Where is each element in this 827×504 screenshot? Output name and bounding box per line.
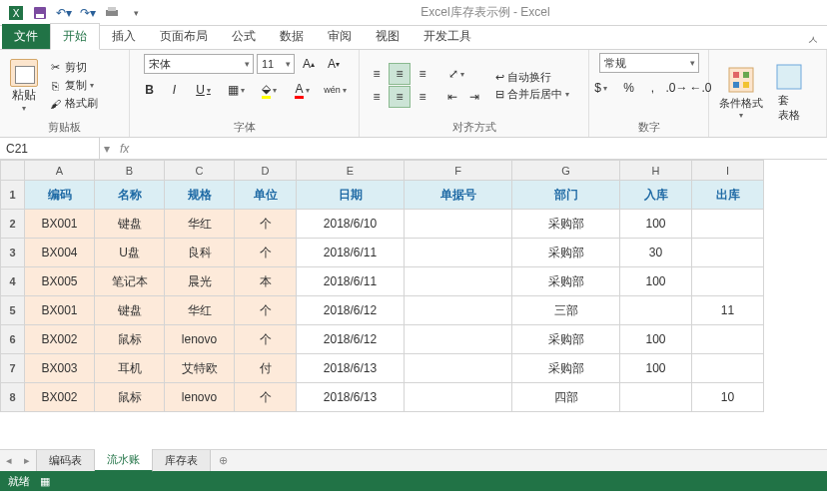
- cell[interactable]: 11: [692, 296, 764, 325]
- currency-button[interactable]: $: [586, 77, 616, 99]
- row-header[interactable]: 1: [1, 181, 25, 210]
- fx-button[interactable]: fx: [114, 142, 135, 156]
- col-header[interactable]: E: [297, 161, 405, 181]
- tab-view[interactable]: 视图: [364, 24, 412, 49]
- cell[interactable]: 2018/6/11: [297, 267, 405, 296]
- cell[interactable]: BX003: [25, 354, 95, 383]
- italic-button[interactable]: I: [164, 79, 186, 101]
- indent-dec-button[interactable]: ⇤: [441, 86, 463, 108]
- save-icon[interactable]: [31, 4, 49, 22]
- cell[interactable]: 耳机: [95, 354, 165, 383]
- col-header[interactable]: B: [95, 161, 165, 181]
- cell[interactable]: 艾特欧: [165, 354, 235, 383]
- cell[interactable]: 100: [620, 354, 692, 383]
- cell[interactable]: 晨光: [165, 267, 235, 296]
- inc-decimal-button[interactable]: .0→: [666, 77, 688, 99]
- cell[interactable]: [405, 210, 512, 239]
- cell[interactable]: 100: [620, 325, 692, 354]
- tab-dev[interactable]: 开发工具: [412, 24, 483, 49]
- col-header[interactable]: C: [165, 161, 235, 181]
- shrink-font-button[interactable]: A▾: [323, 53, 345, 75]
- col-header[interactable]: D: [235, 161, 297, 181]
- col-header[interactable]: H: [620, 161, 692, 181]
- cell[interactable]: 2018/6/10: [297, 210, 405, 239]
- cell[interactable]: 2018/6/13: [297, 383, 405, 412]
- sheet-nav-next[interactable]: ▸: [18, 454, 36, 467]
- row-header[interactable]: 5: [1, 296, 25, 325]
- align-center-button[interactable]: ≡: [389, 86, 411, 108]
- row-header[interactable]: 2: [1, 210, 25, 239]
- cell[interactable]: 三部: [512, 296, 620, 325]
- sheet-tab-2[interactable]: 库存表: [153, 450, 211, 471]
- cell[interactable]: [692, 210, 764, 239]
- indent-inc-button[interactable]: ⇥: [463, 86, 485, 108]
- cell[interactable]: 10: [692, 383, 764, 412]
- merge-button[interactable]: ⊟合并后居中▾: [495, 87, 569, 102]
- macro-record-icon[interactable]: ▦: [40, 475, 50, 488]
- cell[interactable]: 鼠标: [95, 383, 165, 412]
- cell[interactable]: 出库: [692, 181, 764, 210]
- cell[interactable]: U盘: [95, 239, 165, 267]
- cell[interactable]: [620, 296, 692, 325]
- font-color-button[interactable]: A: [288, 79, 318, 101]
- cell[interactable]: 鼠标: [95, 325, 165, 354]
- row-header[interactable]: 8: [1, 383, 25, 412]
- cell[interactable]: 笔记本: [95, 267, 165, 296]
- cell[interactable]: 100: [620, 267, 692, 296]
- cell[interactable]: 个: [235, 239, 297, 267]
- tab-formula[interactable]: 公式: [220, 24, 268, 49]
- tab-layout[interactable]: 页面布局: [148, 24, 220, 49]
- add-sheet-button[interactable]: ⊕: [211, 454, 236, 467]
- cell[interactable]: BX001: [25, 296, 95, 325]
- cell[interactable]: 名称: [95, 181, 165, 210]
- font-name-select[interactable]: 宋体: [144, 54, 254, 74]
- cut-button[interactable]: ✂剪切: [46, 59, 100, 76]
- tab-data[interactable]: 数据: [268, 24, 316, 49]
- cell[interactable]: [405, 354, 512, 383]
- font-size-select[interactable]: 11: [257, 54, 295, 74]
- copy-button[interactable]: ⎘复制▾: [46, 77, 100, 94]
- sheet-tab-0[interactable]: 编码表: [36, 450, 95, 471]
- cell[interactable]: [692, 239, 764, 267]
- cell[interactable]: 个: [235, 383, 297, 412]
- name-box-dropdown[interactable]: ▾: [100, 142, 114, 156]
- sheet-tab-1[interactable]: 流水账: [95, 449, 153, 472]
- cell[interactable]: lenovo: [165, 325, 235, 354]
- collapse-ribbon-icon[interactable]: ㅅ: [799, 32, 827, 49]
- row-header[interactable]: 4: [1, 267, 25, 296]
- wrap-text-button[interactable]: ↩自动换行: [495, 70, 569, 85]
- cell[interactable]: 良科: [165, 239, 235, 267]
- cell[interactable]: [405, 239, 512, 267]
- fill-color-button[interactable]: ⬙: [255, 79, 285, 101]
- col-header[interactable]: G: [512, 161, 620, 181]
- grow-font-button[interactable]: A▴: [298, 53, 320, 75]
- cell[interactable]: 采购部: [512, 267, 620, 296]
- cell[interactable]: 2018/6/11: [297, 239, 405, 267]
- cell[interactable]: 键盘: [95, 210, 165, 239]
- cell[interactable]: 编码: [25, 181, 95, 210]
- tab-file[interactable]: 文件: [2, 24, 50, 49]
- cell[interactable]: 个: [235, 325, 297, 354]
- align-middle-button[interactable]: ≡: [389, 63, 411, 85]
- align-left-button[interactable]: ≡: [366, 86, 388, 108]
- qat-more-icon[interactable]: ▾: [127, 4, 145, 22]
- cell[interactable]: 四部: [512, 383, 620, 412]
- quickprint-icon[interactable]: [103, 4, 121, 22]
- cell[interactable]: [692, 325, 764, 354]
- cell[interactable]: 100: [620, 210, 692, 239]
- cell[interactable]: BX001: [25, 210, 95, 239]
- row-header[interactable]: 6: [1, 325, 25, 354]
- sheet-nav-prev[interactable]: ◂: [0, 454, 18, 467]
- cell[interactable]: 华红: [165, 210, 235, 239]
- number-format-select[interactable]: 常规: [599, 53, 699, 73]
- bold-button[interactable]: B: [139, 79, 161, 101]
- cell[interactable]: 日期: [297, 181, 405, 210]
- cell[interactable]: BX002: [25, 325, 95, 354]
- row-header[interactable]: 3: [1, 239, 25, 267]
- painter-button[interactable]: 🖌格式刷: [46, 95, 100, 112]
- tab-review[interactable]: 审阅: [316, 24, 364, 49]
- align-right-button[interactable]: ≡: [412, 86, 433, 108]
- cell[interactable]: [405, 267, 512, 296]
- cell[interactable]: 采购部: [512, 239, 620, 267]
- worksheet-grid[interactable]: ABCDEFGHI1编码名称规格单位日期单据号部门入库出库2BX001键盘华红个…: [0, 160, 827, 449]
